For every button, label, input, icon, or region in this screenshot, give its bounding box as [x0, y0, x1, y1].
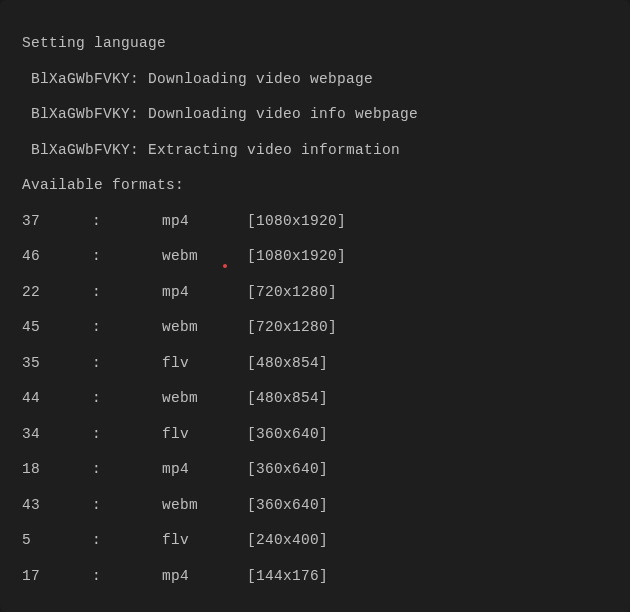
format-separator: :	[92, 320, 162, 335]
format-res: [360x640]	[247, 462, 328, 477]
format-code: 43	[22, 498, 92, 513]
format-separator: :	[92, 285, 162, 300]
format-res: [720x1280]	[247, 285, 337, 300]
intro-lines: Setting languageBlXaGWbFVKY: Downloading…	[22, 36, 608, 193]
format-row: 18:mp4[360x640]	[22, 462, 608, 477]
format-separator: :	[92, 569, 162, 584]
output-line: BlXaGWbFVKY: Extracting video informatio…	[22, 143, 608, 158]
output-line: BlXaGWbFVKY: Downloading video webpage	[22, 72, 608, 87]
format-code: 46	[22, 249, 92, 264]
format-res: [480x854]	[247, 391, 328, 406]
format-code: 45	[22, 320, 92, 335]
format-row: 46:webm[1080x1920]	[22, 249, 608, 264]
format-ext: webm	[162, 391, 247, 406]
format-ext: mp4	[162, 462, 247, 477]
format-ext: mp4	[162, 214, 247, 229]
format-code: 17	[22, 569, 92, 584]
format-ext: flv	[162, 356, 247, 371]
format-res: [240x400]	[247, 533, 328, 548]
format-separator: :	[92, 498, 162, 513]
format-row: 22:mp4[720x1280]	[22, 285, 608, 300]
format-code: 18	[22, 462, 92, 477]
output-line: BlXaGWbFVKY: Downloading video info webp…	[22, 107, 608, 122]
format-row: 34:flv[360x640]	[22, 427, 608, 442]
format-row: 43:webm[360x640]	[22, 498, 608, 513]
format-ext: webm	[162, 498, 247, 513]
format-row: 37:mp4[1080x1920]	[22, 214, 608, 229]
format-ext: webm	[162, 320, 247, 335]
format-code: 5	[22, 533, 92, 548]
format-code: 22	[22, 285, 92, 300]
format-res: [1080x1920]	[247, 249, 346, 264]
format-separator: :	[92, 533, 162, 548]
format-separator: :	[92, 249, 162, 264]
format-ext: mp4	[162, 285, 247, 300]
format-ext: flv	[162, 427, 247, 442]
format-separator: :	[92, 427, 162, 442]
format-rows: 37:mp4[1080x1920]46:webm[1080x1920]22:mp…	[22, 214, 608, 584]
format-ext: mp4	[162, 569, 247, 584]
format-row: 5:flv[240x400]	[22, 533, 608, 548]
format-row: 35:flv[480x854]	[22, 356, 608, 371]
output-line: Available formats:	[22, 178, 608, 193]
format-separator: :	[92, 462, 162, 477]
format-row: 45:webm[720x1280]	[22, 320, 608, 335]
format-separator: :	[92, 391, 162, 406]
format-ext: flv	[162, 533, 247, 548]
output-line: Setting language	[22, 36, 608, 51]
format-res: [360x640]	[247, 427, 328, 442]
format-code: 37	[22, 214, 92, 229]
format-res: [144x176]	[247, 569, 328, 584]
format-res: [1080x1920]	[247, 214, 346, 229]
format-res: [720x1280]	[247, 320, 337, 335]
format-separator: :	[92, 214, 162, 229]
format-res: [480x854]	[247, 356, 328, 371]
format-code: 44	[22, 391, 92, 406]
format-ext: webm	[162, 249, 247, 264]
format-code: 35	[22, 356, 92, 371]
format-row: 44:webm[480x854]	[22, 391, 608, 406]
format-row: 17:mp4[144x176]	[22, 569, 608, 584]
format-separator: :	[92, 356, 162, 371]
format-res: [360x640]	[247, 498, 328, 513]
format-code: 34	[22, 427, 92, 442]
caret-indicator-icon	[223, 264, 227, 268]
terminal-output: Setting languageBlXaGWbFVKY: Downloading…	[0, 0, 630, 612]
